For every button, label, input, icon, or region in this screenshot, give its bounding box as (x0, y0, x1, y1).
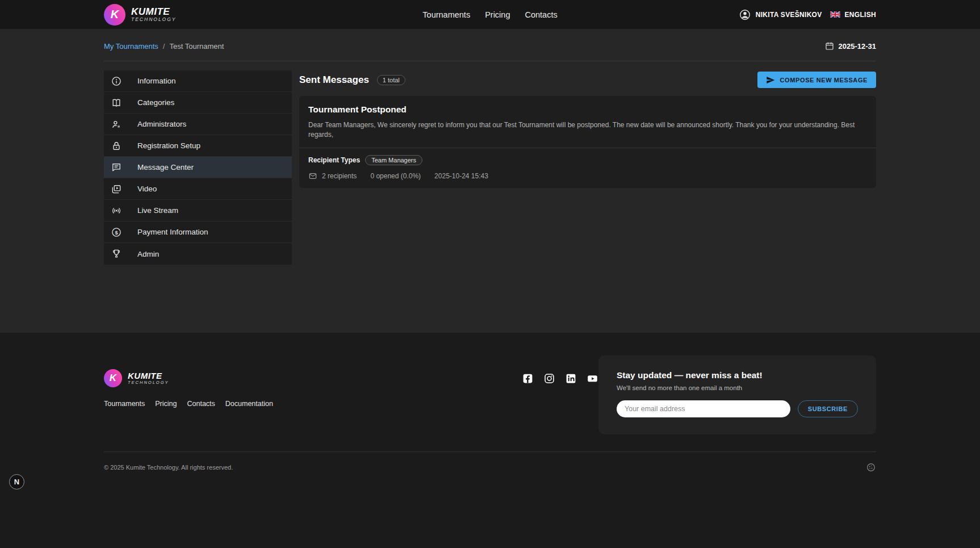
sidebar-item-registration-setup[interactable]: Registration Setup (104, 135, 292, 157)
lock-icon (111, 140, 122, 152)
footer-brand-logo[interactable]: K KUMITE TECHNOLOGY (104, 369, 502, 387)
sidebar-item-categories[interactable]: Categories (104, 92, 292, 114)
cookie-settings-button[interactable] (866, 462, 876, 472)
video-icon (111, 183, 122, 195)
broadcast-icon (111, 205, 122, 216)
compose-new-message-button[interactable]: COMPOSE NEW MESSAGE (757, 72, 876, 88)
page-title: Sent Messages (299, 74, 369, 86)
subscribe-button[interactable]: SUBSCRIBE (798, 400, 858, 417)
kumite-logo-icon: K (104, 4, 125, 26)
nav-contacts[interactable]: Contacts (525, 10, 557, 19)
total-count-badge: 1 total (377, 75, 405, 85)
uk-flag-icon (830, 11, 840, 18)
breadcrumb-current: Test Tournament (169, 42, 224, 51)
facebook-icon[interactable] (522, 373, 534, 384)
message-card-divider (299, 148, 876, 148)
newsletter-card: Stay updated — never miss a beat! We'll … (598, 355, 876, 434)
account-circle-icon (739, 9, 751, 21)
sent-timestamp: 2025-10-24 15:43 (434, 172, 488, 180)
sidebar-item-administrators[interactable]: Administrators (104, 114, 292, 135)
newsletter-title: Stay updated — never miss a beat! (617, 370, 858, 380)
footer: K KUMITE TECHNOLOGY (0, 333, 980, 527)
top-bar: K KUMITE TECHNOLOGY Tournaments Pricing … (0, 0, 980, 29)
date-value: 2025-12-31 (839, 42, 877, 51)
cookie-icon (866, 462, 876, 472)
calendar-icon (824, 41, 835, 51)
breadcrumb-separator: / (163, 42, 165, 51)
breadcrumb-divider (104, 61, 876, 61)
main-area: My Tournaments / Test Tournament 2025-12… (0, 29, 980, 333)
trophy-icon (111, 248, 122, 260)
linkedin-icon[interactable] (565, 373, 577, 384)
footer-link-tournaments[interactable]: Tournaments (104, 400, 145, 408)
person-gear-icon (111, 119, 122, 130)
email-input[interactable] (617, 400, 790, 417)
sidebar-item-payment-information[interactable]: $ Payment Information (104, 221, 292, 243)
nav-pricing[interactable]: Pricing (485, 10, 510, 19)
footer-links: Tournaments Pricing Contacts Documentati… (104, 400, 598, 408)
language-selector[interactable]: ENGLISH (845, 11, 876, 19)
brand-logo[interactable]: K KUMITE TECHNOLOGY (104, 4, 422, 26)
user-name: NIKITA SVEŠNIKOV (756, 11, 822, 19)
main-nav: Tournaments Pricing Contacts (422, 10, 557, 19)
sidebar-item-video[interactable]: Video (104, 178, 292, 200)
sidebar-item-message-center[interactable]: Message Center (104, 157, 292, 178)
message-center-content: Sent Messages 1 total COMPOSE NEW MESSAG… (299, 70, 876, 188)
svg-text:$: $ (115, 229, 118, 235)
mail-icon (308, 171, 317, 181)
youtube-icon[interactable] (587, 373, 598, 384)
kumite-logo-icon: K (104, 369, 122, 387)
message-body: Dear Team Managers, We sincerely regret … (308, 120, 867, 140)
breadcrumb-my-tournaments[interactable]: My Tournaments (104, 42, 158, 51)
breadcrumb: My Tournaments / Test Tournament 2025-12… (104, 37, 876, 55)
newsletter-subtitle: We'll send no more than one email a mont… (617, 384, 858, 391)
footer-link-pricing[interactable]: Pricing (155, 400, 177, 408)
info-icon (111, 76, 122, 87)
copyright: © 2025 Kumite Technology. All rights res… (104, 464, 233, 471)
floating-n-badge[interactable]: N (9, 474, 24, 490)
message-title: Tournament Postponed (308, 104, 867, 115)
nav-tournaments[interactable]: Tournaments (422, 10, 470, 19)
footer-link-documentation[interactable]: Documentation (225, 400, 273, 408)
recipients-count: 2 recipients (308, 171, 357, 181)
recipient-types-label: Recipient Types (308, 156, 360, 164)
book-icon (111, 97, 122, 108)
instagram-icon[interactable] (543, 373, 555, 384)
brand-name: KUMITE (131, 7, 177, 17)
dollar-icon: $ (111, 227, 122, 238)
tournament-sidebar: Information Categories (104, 70, 292, 265)
social-links (522, 373, 598, 384)
recipient-type-chip: Team Managers (365, 155, 422, 165)
footer-link-contacts[interactable]: Contacts (187, 400, 215, 408)
brand-tagline: TECHNOLOGY (131, 17, 177, 22)
sidebar-item-live-stream[interactable]: Live Stream (104, 200, 292, 221)
tournament-date: 2025-12-31 (824, 41, 877, 51)
sent-message-card[interactable]: Tournament Postponed Dear Team Managers,… (299, 96, 876, 188)
send-icon (766, 76, 775, 85)
sidebar-item-admin[interactable]: Admin (104, 243, 292, 265)
user-menu[interactable]: NIKITA SVEŠNIKOV ENGLISH (558, 9, 876, 21)
chat-icon (111, 162, 122, 173)
sidebar-item-information[interactable]: Information (104, 70, 292, 92)
opened-stat: 0 opened (0.0%) (370, 172, 421, 180)
